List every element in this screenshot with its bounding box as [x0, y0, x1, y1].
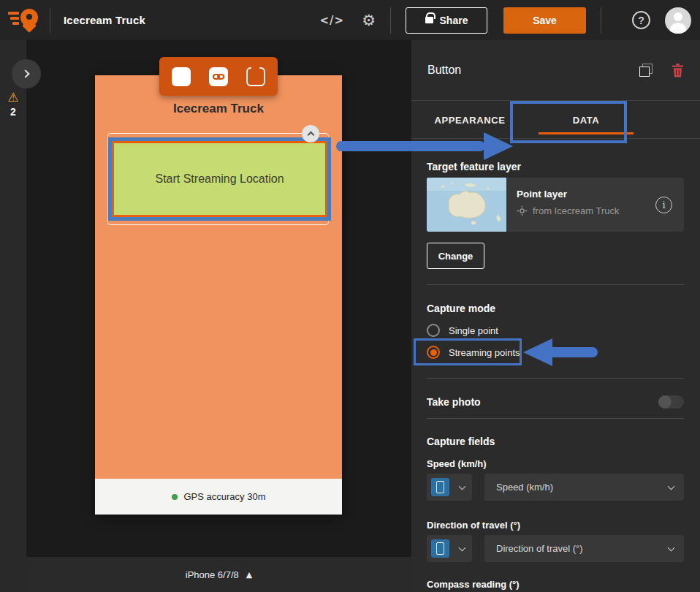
take-photo-label: Take photo: [427, 396, 481, 408]
smartphone-icon: [431, 539, 449, 558]
device-label: iPhone 6/7/8: [186, 569, 239, 580]
chevron-down-icon: [459, 482, 466, 490]
gps-accuracy-text: GPS accuracy 30m: [184, 491, 266, 502]
point-symbol-icon: [517, 205, 528, 216]
toolbar-outline-style-button[interactable]: [246, 67, 265, 86]
layer-source: from Icecream Truck: [533, 205, 619, 216]
device-selector[interactable]: iPhone 6/7/8 ▲: [26, 557, 411, 592]
duplicate-button[interactable]: [639, 64, 653, 77]
save-button[interactable]: Save: [503, 7, 586, 34]
info-icon: i: [662, 200, 665, 210]
panel-tabs: APPEARANCE DATA: [411, 102, 700, 139]
tab-data-label: DATA: [573, 115, 600, 126]
speed-device-select[interactable]: [427, 474, 472, 501]
change-layer-button[interactable]: Change: [427, 243, 484, 269]
section-divider: [427, 284, 684, 285]
direction-field-label: Direction of travel (°): [427, 520, 520, 531]
layer-info-button[interactable]: i: [655, 197, 672, 213]
section-divider: [427, 378, 684, 379]
active-tab-underline: [539, 132, 634, 134]
speed-field-label: Speed (km/h): [427, 458, 487, 469]
tab-data[interactable]: DATA: [528, 102, 644, 138]
panel-header: Button: [411, 40, 700, 101]
trash-icon: [672, 64, 684, 77]
toolbar-solid-style-button[interactable]: [172, 67, 191, 86]
quickcapture-logo-icon: [7, 7, 41, 34]
warning-icon: ⚠: [7, 90, 18, 105]
share-button[interactable]: Share: [406, 7, 487, 34]
speed-field-value: Speed (km/h): [496, 482, 669, 493]
panel-title: Button: [427, 64, 461, 77]
copy-icon: [639, 64, 653, 77]
warning-count: 2: [0, 106, 26, 118]
project-title: Icecream Truck: [64, 14, 145, 26]
link-icon: [209, 67, 228, 86]
smartphone-icon: [431, 478, 449, 496]
section-divider: [427, 418, 684, 419]
capture-fields-heading: Capture fields: [427, 436, 495, 447]
toolbar-link-button[interactable]: [209, 67, 228, 86]
direction-field-select[interactable]: Direction of travel (°): [484, 535, 684, 562]
gps-status-bar: GPS accuracy 30m: [95, 479, 342, 515]
expand-panel-button[interactable]: [12, 59, 41, 88]
question-icon: ?: [638, 15, 644, 26]
chevron-down-icon: [668, 482, 675, 490]
radio-streaming-points-label: Streaming points: [449, 347, 520, 358]
preview-capture-button[interactable]: Start Streaming Location: [112, 141, 327, 217]
radio-unselected-icon: [427, 324, 440, 337]
gps-dot-icon: [172, 494, 178, 500]
target-layer-heading: Target feature layer: [427, 161, 521, 172]
triangle-up-icon: ▲: [246, 570, 252, 580]
chevron-right-icon: [21, 69, 29, 77]
selection-toolbar: [159, 57, 278, 96]
warning-indicator[interactable]: ⚠ 2: [0, 90, 26, 118]
capture-mode-heading: Capture mode: [427, 303, 495, 314]
radio-single-point[interactable]: Single point: [427, 324, 498, 337]
code-icon[interactable]: </>: [320, 14, 345, 27]
layer-name: Point layer: [517, 189, 619, 200]
left-sidebar: ⚠ 2: [0, 40, 26, 592]
header-divider: [601, 7, 601, 34]
chevron-down-icon: [459, 544, 466, 551]
compass-field-label: Compass reading (°): [427, 579, 520, 590]
direction-device-select[interactable]: [427, 535, 472, 562]
chevron-up-icon: [307, 132, 314, 139]
header-divider: [50, 8, 50, 33]
app-header: Icecream Truck </> ⚙ Share Save ?: [0, 0, 700, 40]
properties-panel: Button APPEARANCE DATA Target feature la: [411, 40, 700, 592]
direction-field-value: Direction of travel (°): [496, 543, 669, 554]
tab-appearance[interactable]: APPEARANCE: [411, 102, 528, 138]
speed-field-select[interactable]: Speed (km/h): [484, 474, 684, 501]
map-thumbnail: [427, 178, 506, 232]
help-button[interactable]: ?: [632, 11, 650, 29]
outline-square-icon: [246, 67, 265, 86]
header-divider: [390, 7, 391, 34]
filled-square-icon: [172, 67, 191, 86]
radio-streaming-points[interactable]: Streaming points: [427, 346, 520, 359]
radio-single-point-label: Single point: [449, 325, 498, 336]
chevron-down-icon: [668, 544, 675, 551]
layer-card[interactable]: Point layer from Icecream Truck i: [427, 178, 684, 232]
radio-selected-icon: [427, 346, 440, 359]
gear-icon[interactable]: ⚙: [362, 12, 376, 29]
lock-icon: [425, 17, 433, 23]
design-canvas: Icecream Truck GPS accuracy 30m Start St…: [26, 40, 411, 557]
share-button-label: Share: [440, 15, 468, 26]
user-avatar[interactable]: [665, 7, 691, 34]
delete-button[interactable]: [672, 64, 684, 77]
collapse-group-button[interactable]: [302, 125, 319, 143]
take-photo-toggle[interactable]: [658, 395, 684, 409]
